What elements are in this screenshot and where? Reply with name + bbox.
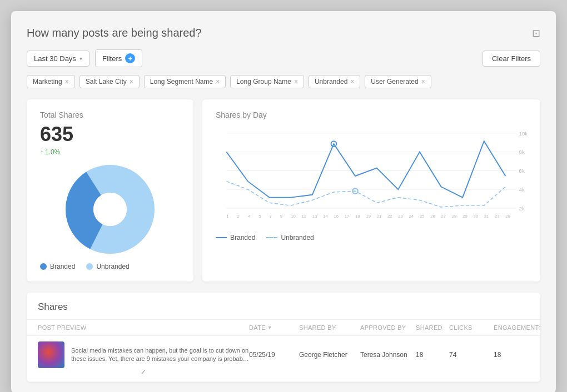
svg-text:17: 17 — [345, 214, 350, 219]
branded-chart-legend: Branded — [216, 234, 255, 242]
tag-unbranded: Unbranded× — [309, 75, 360, 88]
col-approved-by: Approved by — [360, 324, 416, 331]
table-row: Social media mistakes can happen, but th… — [27, 336, 540, 382]
sort-icon: ▼ — [267, 325, 272, 330]
pie-legend: Branded Unbranded — [40, 263, 180, 270]
shares-section: Shares Post Preview Date ▼ Shared By App… — [27, 293, 540, 382]
post-thumbnail — [38, 341, 64, 368]
add-filter-icon: + — [125, 53, 135, 63]
controls-left: Last 30 Days ▾ Filters + — [27, 49, 142, 67]
shares-by-day-card: Shares by Day 10k 8k 6k 4k 2k — [202, 99, 540, 282]
post-preview-cell: Social media mistakes can happen, but th… — [38, 341, 249, 368]
svg-text:2k: 2k — [519, 205, 525, 212]
svg-text:13: 13 — [312, 214, 317, 219]
shares-section-title: Shares — [27, 293, 540, 320]
svg-text:30: 30 — [473, 214, 478, 219]
tag-user-generated: User Generated× — [365, 75, 431, 88]
line-chart-svg: 10k 8k 6k 4k 2k 1 2 4 5 7 9 10 — [216, 126, 527, 226]
svg-text:9: 9 — [280, 214, 282, 219]
tag-long-group-name: Long Group Name× — [230, 75, 304, 88]
main-content: Total Shares 635 ↑ 1.0% 235 — [27, 99, 540, 282]
table-body: Social media mistakes can happen, but th… — [27, 336, 540, 382]
share-count: 635 — [40, 123, 180, 146]
cell-shared: 18 — [416, 351, 449, 359]
unbranded-legend-label: Unbranded — [96, 263, 129, 270]
branded-legend-dot — [40, 263, 47, 270]
tag-long-segment-name: Long Segment Name× — [144, 75, 226, 88]
col-engagements: Engagements — [494, 324, 540, 331]
share-percent: ↑ 1.0% — [40, 148, 180, 156]
table-header: Post Preview Date ▼ Shared By Approved b… — [27, 320, 540, 336]
unbranded-line-icon — [266, 237, 277, 238]
col-clicks: Clicks — [449, 324, 494, 331]
cell-approved-by: Teresa Johnson — [360, 351, 416, 359]
tag-close-icon[interactable]: × — [294, 78, 298, 86]
svg-text:4: 4 — [248, 214, 251, 219]
svg-text:18: 18 — [355, 214, 360, 219]
tag-marketing: Marketing× — [27, 75, 75, 88]
svg-text:10: 10 — [291, 214, 296, 219]
chart-title: Shares by Day — [216, 110, 527, 119]
svg-text:27: 27 — [441, 214, 446, 219]
chart-legend: Branded Unbranded — [216, 234, 527, 242]
svg-text:16: 16 — [334, 214, 339, 219]
tag-label: Marketing — [33, 78, 62, 86]
svg-text:19: 19 — [366, 214, 371, 219]
svg-text:23: 23 — [398, 214, 403, 219]
tag-label: Unbranded — [315, 78, 347, 86]
tag-close-icon[interactable]: × — [421, 78, 425, 86]
svg-text:28: 28 — [505, 214, 510, 219]
svg-text:2: 2 — [237, 214, 240, 219]
filters-button[interactable]: Filters + — [95, 49, 142, 67]
tag-label: Long Group Name — [236, 78, 291, 86]
tag-close-icon[interactable]: × — [130, 78, 133, 86]
svg-text:22: 22 — [387, 214, 392, 219]
total-shares-title: Total Shares — [40, 110, 180, 119]
branded-chart-label: Branded — [230, 234, 255, 242]
total-shares-card: Total Shares 635 ↑ 1.0% 235 — [27, 99, 193, 282]
svg-text:31: 31 — [484, 214, 489, 219]
tag-label: Salt Lake City — [86, 78, 127, 86]
col-date[interactable]: Date ▼ — [249, 324, 299, 331]
date-label: Last 30 Days — [34, 54, 76, 63]
date-dropdown[interactable]: Last 30 Days ▾ — [27, 51, 89, 67]
clear-filters-button[interactable]: Clear Filters — [483, 51, 540, 67]
page-title: How many posts are being shared? — [27, 27, 202, 39]
tag-salt-lake-city: Salt Lake City× — [79, 75, 140, 88]
svg-text:8k: 8k — [519, 149, 525, 155]
svg-text:27: 27 — [495, 214, 500, 219]
unbranded-legend-dot — [86, 263, 93, 270]
col-post-preview: Post Preview — [38, 324, 249, 331]
svg-text:24: 24 — [409, 214, 414, 219]
col-shared: Shared — [416, 324, 449, 331]
svg-text:29: 29 — [462, 214, 467, 219]
tag-label: User Generated — [371, 78, 418, 86]
export-icon[interactable]: ⊡ — [532, 27, 540, 39]
svg-text:26: 26 — [430, 214, 435, 219]
trend-up-icon: ↑ — [40, 148, 43, 156]
filters-label: Filters — [102, 54, 122, 63]
pie-chart-container: 235 400 — [40, 165, 180, 254]
svg-text:25: 25 — [420, 214, 425, 219]
svg-text:5: 5 — [258, 214, 261, 219]
chevron-down-icon: ▾ — [79, 56, 82, 62]
unbranded-value-label: 400 — [113, 205, 126, 214]
svg-text:7: 7 — [270, 214, 272, 219]
tag-close-icon[interactable]: × — [350, 78, 354, 86]
svg-text:21: 21 — [377, 214, 382, 219]
unbranded-legend-item: Unbranded — [86, 263, 129, 270]
svg-text:12: 12 — [301, 214, 306, 219]
svg-text:28: 28 — [452, 214, 457, 219]
branded-line-icon — [216, 237, 227, 238]
main-window: How many posts are being shared? ⊡ Last … — [11, 11, 556, 392]
unbranded-chart-label: Unbranded — [281, 234, 314, 242]
svg-text:1: 1 — [226, 214, 228, 219]
tag-close-icon[interactable]: × — [65, 78, 69, 86]
header-row: How many posts are being shared? ⊡ — [27, 27, 540, 39]
cell-engagements: 18 — [494, 351, 540, 359]
svg-text:14: 14 — [323, 214, 328, 219]
controls-row: Last 30 Days ▾ Filters + Clear Filters — [27, 49, 540, 67]
tag-close-icon[interactable]: × — [216, 78, 220, 86]
tag-label: Long Segment Name — [150, 78, 213, 86]
tags-row: Marketing×Salt Lake City×Long Segment Na… — [27, 75, 540, 88]
